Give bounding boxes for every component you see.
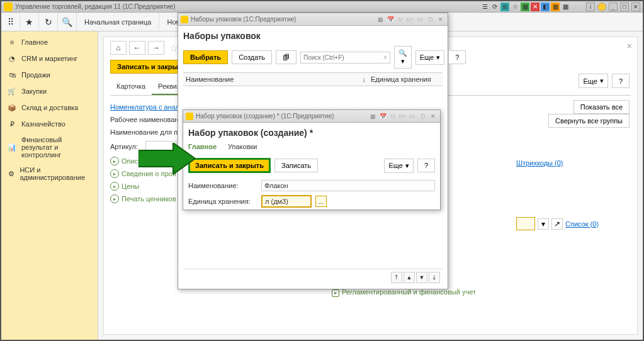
- m-icon[interactable]: M: [388, 112, 397, 121]
- toolbar-icon[interactable]: ⟳: [490, 3, 499, 11]
- minimize-button[interactable]: _: [609, 3, 618, 11]
- calc-icon[interactable]: ▦: [368, 112, 377, 121]
- label-name: Наименование:: [188, 182, 257, 189]
- mminus-icon[interactable]: M-: [409, 112, 417, 121]
- chevron-down-icon: ▾: [600, 77, 604, 85]
- tab-card[interactable]: Карточка: [110, 79, 152, 95]
- list-input[interactable]: [516, 217, 535, 230]
- mplus-icon[interactable]: M+: [398, 112, 407, 121]
- app-logo-icon: [4, 3, 13, 11]
- maximize-icon[interactable]: □: [419, 112, 427, 121]
- close-icon[interactable]: ✕: [429, 112, 438, 121]
- collapse-all-button[interactable]: Свернуть все группы: [548, 114, 630, 128]
- scroll-down-button[interactable]: ▼: [416, 272, 427, 283]
- close-icon[interactable]: ×: [627, 41, 632, 51]
- toolbar-icon[interactable]: ☆: [511, 3, 519, 11]
- user-icon[interactable]: [597, 3, 606, 11]
- forward-button[interactable]: →: [148, 41, 164, 55]
- sidebar-item-nsi[interactable]: ⚙НСИ и администрирование: [1, 162, 98, 185]
- open-external-button[interactable]: ↗: [551, 218, 563, 230]
- scroll-top-button[interactable]: ⤒: [391, 272, 402, 283]
- help-button[interactable]: ?: [448, 50, 466, 64]
- history-icon[interactable]: ↻: [39, 13, 58, 31]
- name-input[interactable]: Флакон: [261, 180, 435, 191]
- toolbar-icon[interactable]: ▦: [551, 3, 560, 11]
- show-all-button[interactable]: Показать все: [573, 100, 630, 114]
- sidebar-item-main[interactable]: ≡Главное: [1, 34, 98, 50]
- calc-icon[interactable]: ▦: [376, 15, 385, 24]
- tab-packaging[interactable]: Упаковки: [228, 143, 257, 153]
- tab-start-page[interactable]: Начальная страница: [77, 13, 159, 31]
- sidebar-item-sales[interactable]: 🛍Продажи: [1, 67, 98, 83]
- sidebar: ≡Главное ◔CRM и маркетинг 🛍Продажи 🛒Заку…: [1, 31, 98, 340]
- sort-icon[interactable]: ↓: [363, 75, 366, 83]
- col-unit[interactable]: Единица хранения: [371, 75, 440, 83]
- mminus-icon[interactable]: M-: [416, 15, 425, 24]
- grid-header: Наименование↓ Единица хранения: [183, 72, 443, 86]
- mplus-icon[interactable]: M+: [406, 15, 415, 24]
- help-icon[interactable]: i: [586, 3, 595, 11]
- dialog-titlebar-text: Наборы упаковок (1С:Предприятие): [191, 16, 296, 23]
- select-button[interactable]: Выбрать: [183, 50, 228, 64]
- apps-icon[interactable]: ⠿: [1, 13, 20, 31]
- more-button[interactable]: Еще ▾: [415, 50, 444, 65]
- save-button[interactable]: Записать: [274, 159, 318, 172]
- toolbar-icon[interactable]: ▦: [521, 3, 529, 11]
- menu-icon: ≡: [8, 38, 16, 47]
- close-icon[interactable]: ✕: [436, 15, 445, 24]
- tab-main[interactable]: Главное: [188, 143, 217, 153]
- article-input[interactable]: [145, 141, 177, 152]
- sidebar-item-treasury[interactable]: ₽Казначейство: [1, 116, 98, 132]
- help-button[interactable]: ?: [417, 159, 435, 172]
- toolbar-icon[interactable]: ◧: [541, 3, 550, 11]
- label-article: Артикул:: [110, 143, 142, 150]
- toolbar-icon[interactable]: ☰: [480, 3, 489, 11]
- sidebar-item-crm[interactable]: ◔CRM и маркетинг: [1, 50, 98, 67]
- favorite-icon[interactable]: ☆: [169, 42, 178, 54]
- lookup-button[interactable]: ...: [315, 196, 327, 207]
- label-storage-unit: Единица хранения:: [188, 198, 257, 205]
- box-icon: 📦: [8, 103, 16, 112]
- sidebar-item-warehouse[interactable]: 📦Склад и доставка: [1, 99, 98, 116]
- save-close-button[interactable]: Записать и закрыть: [188, 158, 271, 173]
- search-icon[interactable]: 🔍: [58, 13, 77, 31]
- copy-button[interactable]: 🗐: [276, 50, 297, 64]
- dialog-package-set-create: Набор упаковок (создание) * (1С:Предприя…: [183, 109, 441, 210]
- dialog-heading: Набор упаковок (создание) *: [188, 128, 435, 138]
- create-button[interactable]: Создать: [232, 50, 272, 64]
- maximize-button[interactable]: □: [620, 3, 629, 11]
- calendar-icon[interactable]: 📅: [378, 112, 387, 121]
- toolbar-icon[interactable]: ⊞: [500, 3, 509, 11]
- close-button[interactable]: ✕: [631, 3, 640, 11]
- col-name[interactable]: Наименование: [186, 75, 234, 83]
- link-barcodes[interactable]: Штрихкоды (0): [516, 159, 563, 167]
- help-button[interactable]: ?: [612, 74, 630, 88]
- more-button[interactable]: Еще ▾: [384, 159, 413, 173]
- toolbar-icon[interactable]: ✕: [531, 3, 539, 11]
- storage-unit-input[interactable]: л (дм3): [261, 195, 312, 208]
- scroll-up-button[interactable]: ▲: [404, 272, 415, 283]
- pie-icon: ◔: [8, 54, 16, 63]
- search-options-button[interactable]: 🔍 ▾: [394, 46, 412, 69]
- calendar-icon[interactable]: 📅: [386, 15, 395, 24]
- sidebar-item-finresult[interactable]: 📊Финансовый результат и контроллинг: [1, 132, 98, 162]
- toolbar-icon[interactable]: ▦: [561, 3, 570, 11]
- dialog-titlebar-text: Набор упаковок (создание) * (1С:Предприя…: [196, 113, 334, 120]
- search-input[interactable]: ×: [300, 52, 390, 64]
- back-button[interactable]: ←: [129, 41, 145, 55]
- sidebar-item-purchases[interactable]: 🛒Закупки: [1, 83, 98, 99]
- ruble-icon: ₽: [8, 120, 16, 128]
- bag-icon: 🛍: [8, 70, 16, 79]
- gear-icon: ⚙: [8, 169, 14, 178]
- star-icon[interactable]: ★: [20, 13, 39, 31]
- window-titlebar: Управление торговлей, редакция 11 (1С:Пр…: [1, 1, 643, 13]
- home-button[interactable]: ⌂: [110, 41, 127, 55]
- m-icon[interactable]: M: [396, 15, 405, 24]
- open-button[interactable]: ▾: [538, 218, 549, 230]
- more-button[interactable]: Еще▾: [579, 74, 607, 88]
- maximize-icon[interactable]: □: [426, 15, 435, 24]
- clear-icon[interactable]: ×: [383, 54, 387, 61]
- scroll-bottom-button[interactable]: ⤓: [429, 272, 440, 283]
- link-list[interactable]: Список (0): [565, 220, 599, 228]
- cart-icon: 🛒: [8, 87, 16, 96]
